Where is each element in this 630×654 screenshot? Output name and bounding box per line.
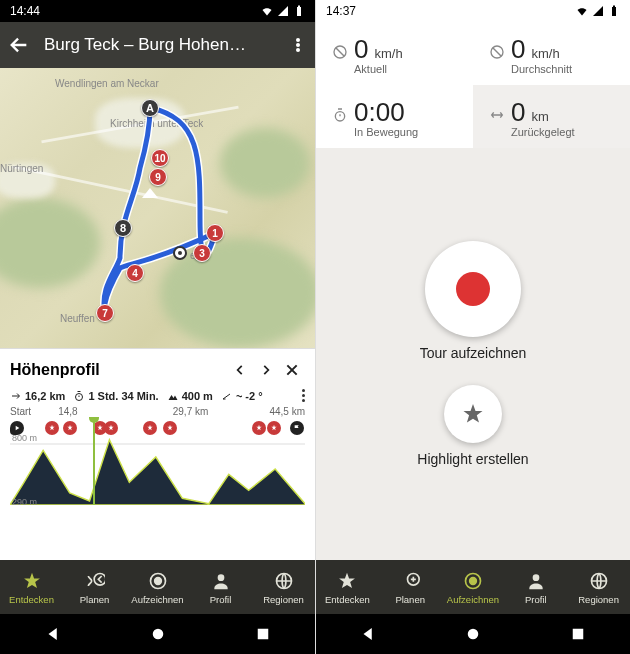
left-phone: 14:44 Burg Teck – Burg Hohen… Wendlingen… [0,0,315,654]
stat-time-move[interactable]: 0:00 In Bewegung [316,85,473,148]
record-button[interactable]: Tour aufzeichnen [420,241,527,361]
highlight-marker-icon[interactable] [63,421,77,435]
svg-point-19 [470,577,477,584]
speed-icon [332,44,348,60]
svg-rect-1 [298,6,300,8]
svg-point-5 [94,573,105,585]
android-recents-icon[interactable] [569,625,587,643]
prev-icon[interactable] [227,357,253,383]
distance-stat: 16,2 km [10,390,65,402]
duration-stat: 1 Std. 34 Min. [73,390,158,402]
android-back-icon[interactable] [44,625,62,643]
waypoint-4[interactable]: 4 [126,264,144,282]
slope-stat: ~ -2 ° [221,390,263,402]
distance-icon [489,107,505,123]
ascent-stat: 400 m [167,390,213,402]
bottom-nav: Entdecken Planen Aufzeichnen Profil Regi… [316,560,630,614]
nav-plan[interactable]: Planen [63,570,126,605]
waypoint-a[interactable]: A [141,99,159,117]
highlight-button[interactable]: Highlight erstellen [417,385,528,467]
close-icon[interactable] [279,357,305,383]
svg-point-8 [217,574,224,581]
record-dot-icon [456,272,490,306]
wifi-icon [576,5,588,17]
clock: 14:44 [10,4,40,18]
android-home-icon[interactable] [149,625,167,643]
star-icon [336,570,358,592]
status-bar: 14:37 [316,0,630,22]
svg-point-22 [468,629,479,640]
waypoint-10[interactable]: 10 [151,149,169,167]
tick-label: 44,5 km [269,406,305,417]
tick-label: Start [10,406,31,417]
globe-icon [588,570,610,592]
highlight-marker-icon[interactable] [104,421,118,435]
nav-regions[interactable]: Regionen [252,570,315,605]
nav-profile[interactable]: Profil [189,570,252,605]
record-icon [147,570,169,592]
profile-icon [210,570,232,592]
waypoint-7[interactable]: 7 [96,304,114,322]
highlight-marker-icon[interactable] [252,421,266,435]
stat-speed-now[interactable]: 0km/h Aktuell [316,22,473,85]
map-target-icon [173,246,187,260]
back-icon[interactable] [8,34,30,56]
nav-plan[interactable]: Planen [379,570,442,605]
more-stats-icon[interactable] [302,389,305,402]
bottom-nav: Entdecken Planen Aufzeichnen Profil Regi… [0,560,315,614]
signal-icon [277,5,289,17]
wifi-icon [261,5,273,17]
android-nav-bar [0,614,315,654]
android-nav-bar [316,614,630,654]
star-icon [21,570,43,592]
record-icon [462,570,484,592]
page-title: Burg Teck – Burg Hohen… [44,35,275,55]
profile-icon [525,570,547,592]
android-back-icon[interactable] [359,625,377,643]
nav-record[interactable]: Aufzeichnen [126,570,189,605]
y-label-bottom: 290 m [12,497,37,507]
elevation-title: Höhenprofil [10,361,227,379]
signal-icon [592,5,604,17]
nav-discover[interactable]: Entdecken [316,570,379,605]
battery-icon [608,5,620,17]
more-icon[interactable] [289,34,307,56]
elevation-chart[interactable]: 800 m 290 m [10,419,305,505]
stopwatch-icon [332,107,348,123]
highlight-marker-icon[interactable] [267,421,281,435]
highlight-marker-icon[interactable] [143,421,157,435]
nav-regions[interactable]: Regionen [567,570,630,605]
app-bar: Burg Teck – Burg Hohen… [0,22,315,68]
battery-icon [293,5,305,17]
chart-cursor[interactable] [93,419,95,505]
globe-icon [273,570,295,592]
svg-rect-12 [612,7,616,16]
svg-rect-11 [257,629,268,640]
waypoint-3[interactable]: 3 [193,244,211,262]
nav-record[interactable]: Aufzeichnen [442,570,505,605]
svg-point-10 [152,629,163,640]
star-icon [461,402,485,426]
android-home-icon[interactable] [464,625,482,643]
map[interactable]: Wendlingen am Neckar Kirchheim unter Tec… [0,68,315,348]
highlight-marker-icon[interactable] [163,421,177,435]
elevation-panel: Höhenprofil 16,2 km 1 Std. 34 Min. 400 m… [0,348,315,509]
finish-marker-icon[interactable] [290,421,304,435]
tick-label: 29,7 km [173,406,209,417]
svg-rect-23 [572,629,583,640]
svg-marker-2 [142,188,158,198]
svg-rect-0 [297,7,301,16]
android-recents-icon[interactable] [254,625,272,643]
waypoint-8[interactable]: 8 [114,219,132,237]
next-icon[interactable] [253,357,279,383]
right-phone: 14:37 0km/h Aktuell 0km/h Durchschnitt 0… [315,0,630,654]
highlight-marker-icon[interactable] [45,421,59,435]
waypoint-9[interactable]: 9 [149,168,167,186]
stat-distance[interactable]: 0km Zurückgelegt [473,85,630,148]
nav-discover[interactable]: Entdecken [0,570,63,605]
nav-profile[interactable]: Profil [504,570,567,605]
svg-point-7 [154,577,161,584]
waypoint-1[interactable]: 1 [206,224,224,242]
avg-icon [489,44,505,60]
stat-speed-avg[interactable]: 0km/h Durchschnitt [473,22,630,85]
